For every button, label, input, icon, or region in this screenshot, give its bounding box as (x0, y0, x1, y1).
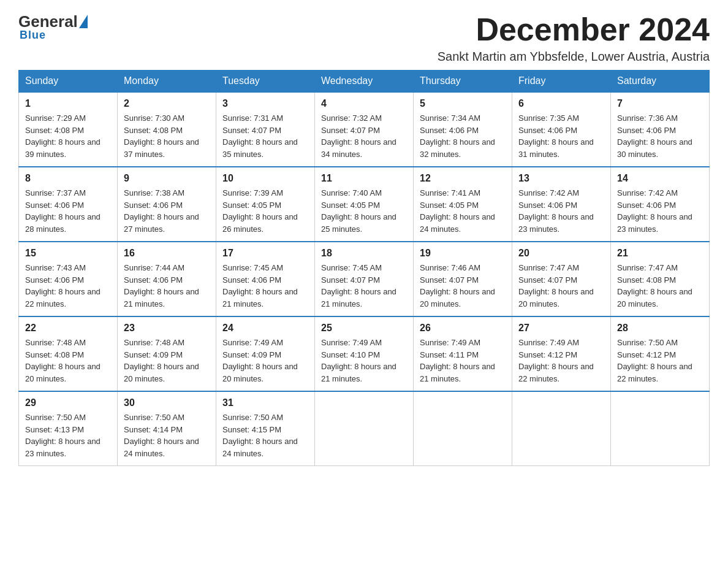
day-info: Sunrise: 7:45 AMSunset: 4:07 PMDaylight:… (321, 263, 396, 308)
day-info: Sunrise: 7:35 AMSunset: 4:06 PMDaylight:… (518, 113, 594, 159)
calendar-cell: 13Sunrise: 7:42 AMSunset: 4:06 PMDayligh… (512, 167, 611, 242)
day-number: 22 (25, 321, 111, 335)
day-number: 8 (25, 171, 111, 186)
day-number: 9 (124, 171, 210, 186)
day-number: 7 (617, 96, 703, 111)
day-info: Sunrise: 7:48 AMSunset: 4:08 PMDaylight:… (25, 338, 100, 383)
calendar-cell: 9Sunrise: 7:38 AMSunset: 4:06 PMDaylight… (118, 167, 216, 242)
calendar-cell: 17Sunrise: 7:45 AMSunset: 4:06 PMDayligh… (216, 242, 315, 316)
header-area: General Blue December 2024 Sankt Martin … (18, 12, 710, 64)
calendar-cell: 11Sunrise: 7:40 AMSunset: 4:05 PMDayligh… (315, 167, 414, 242)
day-number: 11 (321, 171, 407, 186)
calendar-cell (414, 391, 512, 466)
calendar-cell: 8Sunrise: 7:37 AMSunset: 4:06 PMDaylight… (19, 167, 118, 242)
calendar-cell: 10Sunrise: 7:39 AMSunset: 4:05 PMDayligh… (216, 167, 315, 242)
day-info: Sunrise: 7:45 AMSunset: 4:06 PMDaylight:… (222, 263, 298, 308)
calendar-header-sunday: Sunday (19, 71, 118, 93)
day-number: 4 (321, 96, 407, 111)
day-number: 10 (222, 171, 308, 186)
calendar-cell (512, 391, 611, 466)
day-number: 19 (420, 246, 506, 261)
day-number: 13 (518, 171, 604, 186)
day-info: Sunrise: 7:44 AMSunset: 4:06 PMDaylight:… (124, 263, 199, 308)
day-info: Sunrise: 7:39 AMSunset: 4:05 PMDaylight:… (222, 188, 298, 234)
calendar-cell: 28Sunrise: 7:50 AMSunset: 4:12 PMDayligh… (611, 316, 710, 391)
day-number: 17 (222, 246, 308, 261)
day-info: Sunrise: 7:49 AMSunset: 4:11 PMDaylight:… (420, 338, 495, 383)
day-info: Sunrise: 7:48 AMSunset: 4:09 PMDaylight:… (124, 338, 199, 383)
day-number: 20 (518, 246, 604, 261)
calendar-cell (315, 391, 414, 466)
week-row-4: 22Sunrise: 7:48 AMSunset: 4:08 PMDayligh… (19, 316, 710, 391)
day-info: Sunrise: 7:49 AMSunset: 4:10 PMDaylight:… (321, 338, 396, 383)
day-info: Sunrise: 7:47 AMSunset: 4:08 PMDaylight:… (617, 263, 692, 308)
calendar-header-saturday: Saturday (611, 71, 710, 93)
day-number: 1 (25, 96, 111, 111)
day-info: Sunrise: 7:50 AMSunset: 4:12 PMDaylight:… (617, 338, 692, 383)
calendar-cell: 29Sunrise: 7:50 AMSunset: 4:13 PMDayligh… (19, 391, 118, 466)
day-info: Sunrise: 7:32 AMSunset: 4:07 PMDaylight:… (321, 113, 396, 159)
calendar-cell: 19Sunrise: 7:46 AMSunset: 4:07 PMDayligh… (414, 242, 512, 316)
day-number: 6 (518, 96, 604, 111)
day-info: Sunrise: 7:50 AMSunset: 4:15 PMDaylight:… (222, 413, 298, 458)
day-info: Sunrise: 7:43 AMSunset: 4:06 PMDaylight:… (25, 263, 100, 308)
month-title: December 2024 (438, 12, 710, 47)
calendar-table: SundayMondayTuesdayWednesdayThursdayFrid… (18, 70, 710, 466)
day-number: 5 (420, 96, 506, 111)
calendar-cell: 4Sunrise: 7:32 AMSunset: 4:07 PMDaylight… (315, 92, 414, 167)
calendar-cell: 20Sunrise: 7:47 AMSunset: 4:07 PMDayligh… (512, 242, 611, 316)
day-number: 12 (420, 171, 506, 186)
calendar-cell: 15Sunrise: 7:43 AMSunset: 4:06 PMDayligh… (19, 242, 118, 316)
calendar-cell: 21Sunrise: 7:47 AMSunset: 4:08 PMDayligh… (611, 242, 710, 316)
day-number: 27 (518, 321, 604, 335)
day-info: Sunrise: 7:36 AMSunset: 4:06 PMDaylight:… (617, 113, 692, 159)
day-info: Sunrise: 7:31 AMSunset: 4:07 PMDaylight:… (222, 113, 298, 159)
calendar-cell: 27Sunrise: 7:49 AMSunset: 4:12 PMDayligh… (512, 316, 611, 391)
calendar-header-friday: Friday (512, 71, 611, 93)
day-info: Sunrise: 7:46 AMSunset: 4:07 PMDaylight:… (420, 263, 495, 308)
week-row-5: 29Sunrise: 7:50 AMSunset: 4:13 PMDayligh… (19, 391, 710, 466)
day-info: Sunrise: 7:49 AMSunset: 4:12 PMDaylight:… (518, 338, 594, 383)
day-info: Sunrise: 7:34 AMSunset: 4:06 PMDaylight:… (420, 113, 495, 159)
calendar-cell: 5Sunrise: 7:34 AMSunset: 4:06 PMDaylight… (414, 92, 512, 167)
day-number: 16 (124, 246, 210, 261)
calendar-cell: 14Sunrise: 7:42 AMSunset: 4:06 PMDayligh… (611, 167, 710, 242)
calendar-cell: 7Sunrise: 7:36 AMSunset: 4:06 PMDaylight… (611, 92, 710, 167)
calendar-cell: 30Sunrise: 7:50 AMSunset: 4:14 PMDayligh… (118, 391, 216, 466)
day-number: 18 (321, 246, 407, 261)
calendar-cell: 6Sunrise: 7:35 AMSunset: 4:06 PMDaylight… (512, 92, 611, 167)
location-subtitle: Sankt Martin am Ybbsfelde, Lower Austria… (438, 50, 710, 64)
logo: General Blue (18, 12, 88, 42)
calendar-cell: 12Sunrise: 7:41 AMSunset: 4:05 PMDayligh… (414, 167, 512, 242)
calendar-cell: 26Sunrise: 7:49 AMSunset: 4:11 PMDayligh… (414, 316, 512, 391)
day-info: Sunrise: 7:38 AMSunset: 4:06 PMDaylight:… (124, 188, 199, 234)
calendar-header-row: SundayMondayTuesdayWednesdayThursdayFrid… (19, 71, 710, 93)
day-number: 2 (124, 96, 210, 111)
day-number: 24 (222, 321, 308, 335)
calendar-cell: 24Sunrise: 7:49 AMSunset: 4:09 PMDayligh… (216, 316, 315, 391)
day-info: Sunrise: 7:41 AMSunset: 4:05 PMDaylight:… (420, 188, 495, 234)
calendar-header-monday: Monday (118, 71, 216, 93)
title-area: December 2024 Sankt Martin am Ybbsfelde,… (438, 12, 710, 64)
day-number: 3 (222, 96, 308, 111)
calendar-cell: 22Sunrise: 7:48 AMSunset: 4:08 PMDayligh… (19, 316, 118, 391)
day-number: 26 (420, 321, 506, 335)
day-info: Sunrise: 7:50 AMSunset: 4:13 PMDaylight:… (25, 413, 100, 458)
calendar-cell: 3Sunrise: 7:31 AMSunset: 4:07 PMDaylight… (216, 92, 315, 167)
day-number: 25 (321, 321, 407, 335)
day-info: Sunrise: 7:42 AMSunset: 4:06 PMDaylight:… (617, 188, 692, 234)
calendar-header-wednesday: Wednesday (315, 71, 414, 93)
day-info: Sunrise: 7:40 AMSunset: 4:05 PMDaylight:… (321, 188, 396, 234)
day-info: Sunrise: 7:49 AMSunset: 4:09 PMDaylight:… (222, 338, 298, 383)
calendar-header-thursday: Thursday (414, 71, 512, 93)
day-number: 23 (124, 321, 210, 335)
day-info: Sunrise: 7:29 AMSunset: 4:08 PMDaylight:… (25, 113, 100, 159)
calendar-cell: 2Sunrise: 7:30 AMSunset: 4:08 PMDaylight… (118, 92, 216, 167)
day-info: Sunrise: 7:37 AMSunset: 4:06 PMDaylight:… (25, 188, 100, 234)
day-number: 31 (222, 396, 308, 410)
calendar-header-tuesday: Tuesday (216, 71, 315, 93)
week-row-2: 8Sunrise: 7:37 AMSunset: 4:06 PMDaylight… (19, 167, 710, 242)
calendar-cell: 18Sunrise: 7:45 AMSunset: 4:07 PMDayligh… (315, 242, 414, 316)
day-number: 30 (124, 396, 210, 410)
day-number: 28 (617, 321, 703, 335)
